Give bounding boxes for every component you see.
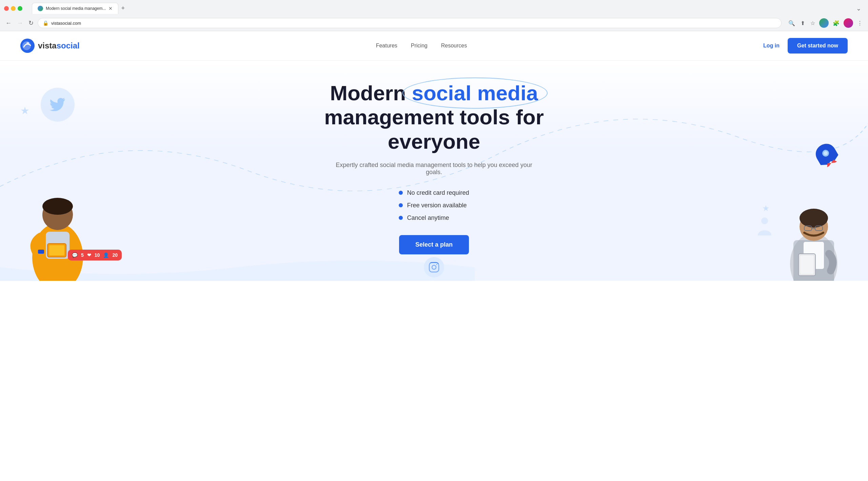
- feature-item-2: Free version available: [399, 202, 469, 209]
- window-controls: [4, 6, 22, 11]
- svg-rect-14: [38, 250, 44, 254]
- person-right: [780, 186, 848, 281]
- active-tab[interactable]: Modern social media managem... ✕: [32, 3, 118, 14]
- tab-favicon: [38, 6, 43, 11]
- minimize-button[interactable]: [11, 6, 16, 11]
- hero-title-part2: management tools for everyone: [324, 105, 544, 153]
- extensions-icon[interactable]: 🧩: [831, 19, 841, 28]
- feature-text-3: Cancel anytime: [407, 214, 449, 222]
- refresh-button[interactable]: ↻: [27, 18, 35, 28]
- get-started-button[interactable]: Get started now: [788, 38, 848, 54]
- feature-dot-2: [399, 203, 403, 207]
- star-decoration-right: ★: [762, 204, 770, 213]
- tab-bar: Modern social media managem... ✕ +: [28, 3, 132, 14]
- heart-icon: ❤: [87, 252, 91, 258]
- nav-pricing[interactable]: Pricing: [411, 43, 428, 48]
- feature-text-2: Free version available: [407, 202, 467, 209]
- svg-rect-24: [800, 255, 814, 274]
- select-plan-button[interactable]: Select a plan: [399, 235, 469, 254]
- forward-button[interactable]: →: [16, 18, 24, 28]
- star-decoration-left: ★: [20, 105, 29, 117]
- window-menu-icon[interactable]: ⌄: [853, 3, 864, 14]
- rocket-decoration: [808, 137, 846, 175]
- svg-point-0: [20, 39, 35, 53]
- logo-social: social: [57, 41, 80, 50]
- hero-features: No credit card required Free version ava…: [399, 189, 469, 222]
- browser-titlebar: Modern social media managem... ✕ + ⌄: [0, 0, 868, 16]
- svg-point-10: [42, 198, 73, 215]
- lock-icon: 🔒: [43, 20, 48, 26]
- share-icon[interactable]: ⬆: [799, 19, 806, 28]
- tab-title: Modern social media managem...: [46, 6, 106, 11]
- profile-avatar[interactable]: [844, 18, 853, 28]
- person-icon: 👤: [103, 252, 109, 258]
- svg-point-19: [800, 209, 828, 228]
- logo-icon: [20, 39, 35, 53]
- hero-title-part1: Modern: [330, 81, 412, 105]
- svg-point-7: [761, 217, 768, 224]
- url-bar[interactable]: 🔒 vistasocial.com: [38, 18, 782, 28]
- comment-icon: 💬: [72, 252, 78, 258]
- nav-features[interactable]: Features: [376, 43, 397, 48]
- browser-menu-icon[interactable]: ⋮: [856, 19, 864, 28]
- website-content: vistasocial Features Pricing Resources L…: [0, 31, 868, 281]
- notification-badge: 💬 5 ❤ 10 👤 20: [68, 250, 122, 260]
- svg-rect-13: [49, 245, 64, 255]
- svg-point-1: [26, 42, 29, 45]
- logo-vista: vista: [38, 41, 57, 50]
- feature-item-1: No credit card required: [399, 189, 469, 196]
- bookmark-icon[interactable]: ☆: [809, 19, 816, 28]
- nav-links: Features Pricing Resources: [376, 43, 467, 49]
- tab-close-icon[interactable]: ✕: [108, 6, 113, 11]
- maximize-button[interactable]: [18, 6, 22, 11]
- address-bar: ← → ↻ 🔒 vistasocial.com 🔍 ⬆ ☆ 🧩 ⋮: [0, 16, 868, 31]
- like-count: 10: [95, 252, 100, 258]
- new-tab-button[interactable]: +: [118, 3, 127, 13]
- hero-title-highlight: social media: [412, 81, 538, 105]
- url-text: vistasocial.com: [51, 21, 81, 26]
- nav-actions: Log in Get started now: [763, 38, 848, 54]
- browser-chrome: Modern social media managem... ✕ + ⌄ ← →…: [0, 0, 868, 31]
- browser-actions: 🔍 ⬆ ☆ 🧩 ⋮: [787, 18, 864, 28]
- navbar: vistasocial Features Pricing Resources L…: [0, 31, 868, 61]
- close-button[interactable]: [4, 6, 9, 11]
- feature-item-3: Cancel anytime: [399, 214, 469, 222]
- back-button[interactable]: ←: [4, 18, 13, 28]
- account-icon[interactable]: [819, 18, 829, 28]
- logo[interactable]: vistasocial: [20, 39, 80, 53]
- hero-section: ★ Modern social media management tools f…: [0, 61, 868, 281]
- feature-text-1: No credit card required: [407, 189, 469, 196]
- logo-text: vistasocial: [38, 41, 80, 50]
- person-left: 💬 5 ❤ 10 👤 20: [20, 166, 95, 281]
- hero-title: Modern social media management tools for…: [298, 81, 570, 153]
- comment-count: 5: [81, 252, 84, 258]
- feature-dot-1: [399, 191, 403, 195]
- feature-dot-3: [399, 216, 403, 220]
- login-button[interactable]: Log in: [763, 43, 780, 49]
- twitter-decoration: [41, 88, 75, 122]
- nav-resources[interactable]: Resources: [441, 43, 467, 48]
- follower-count: 20: [112, 252, 118, 258]
- hero-subtitle: Expertly crafted social media management…: [332, 162, 536, 176]
- search-icon[interactable]: 🔍: [787, 19, 796, 28]
